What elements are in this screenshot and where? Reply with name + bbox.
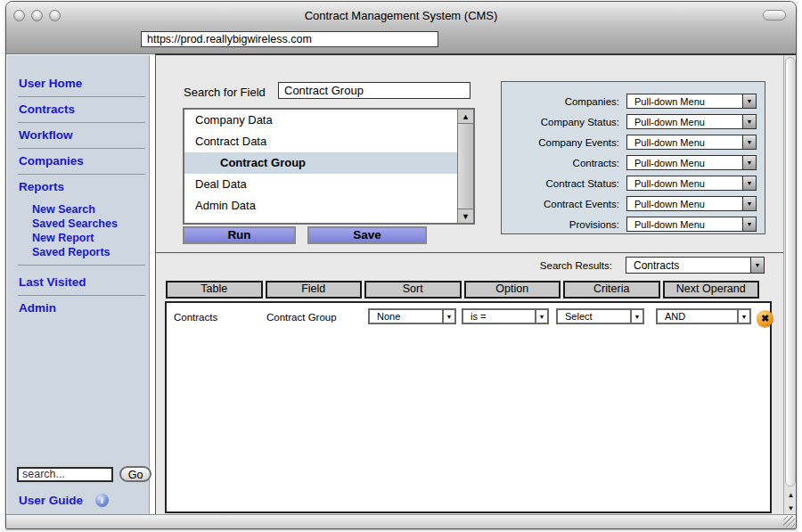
list-item[interactable]: Deal Data [184,174,473,195]
status-bar [6,514,796,528]
list-item[interactable]: Company Data [184,110,473,131]
option-dropdown[interactable]: is = ▼ [462,308,549,324]
delete-row-icon[interactable]: ✖ [757,310,773,327]
company-status-label: Company Status: [502,117,626,127]
sort-dropdown[interactable]: None ▼ [368,308,456,324]
scroll-up-icon[interactable]: ▲ [458,110,473,124]
chevron-down-icon: ▼ [442,310,454,323]
window-title: Contract Management System (CMS) [69,9,733,22]
row-field-value: Contract Group [266,312,337,323]
sidebar-divider [18,96,145,97]
run-button[interactable]: Run [183,226,296,244]
contracts-label: Contracts: [502,158,626,168]
chevron-down-icon: ▼ [630,310,642,323]
scroll-up-icon[interactable]: ▲ [784,488,797,502]
row-table-value: Contracts [174,312,217,323]
company-status-dropdown[interactable]: Pull-down Menu ▼ [626,114,757,129]
collapse-widget[interactable] [763,10,786,20]
contract-events-label: Contract Events: [502,199,626,209]
company-events-label: Company Events: [502,137,626,148]
contract-status-dropdown[interactable]: Pull-down Menu ▼ [626,176,757,191]
scroll-down-icon[interactable]: ▼ [458,209,473,223]
chevron-down-icon: ▼ [742,217,756,231]
column-header-table: Table [166,281,263,299]
field-listbox: Company Data Contract Data Contract Grou… [183,108,475,225]
search-for-field-input[interactable] [278,82,471,99]
contract-events-dropdown[interactable]: Pull-down Menu ▼ [626,196,757,211]
go-button[interactable]: Go [119,466,151,482]
sidebar-item-saved-searches[interactable]: Saved Searches [32,217,149,231]
next-operand-dropdown[interactable]: AND ▼ [656,308,751,324]
user-guide-link[interactable]: User Guide [19,494,83,507]
scrollbar-thumb[interactable] [785,57,796,487]
column-header-next-operand: Next Operand [663,281,760,299]
chevron-down-icon: ▼ [742,135,756,149]
sidebar-divider [18,148,145,149]
sidebar-item-saved-reports[interactable]: Saved Reports [32,245,149,259]
main-content: Search for Field Company Data Contract D… [155,53,797,515]
chevron-down-icon: ▼ [737,310,749,323]
sidebar-divider [18,265,145,266]
results-table-body: Contracts Contract Group None ▼ is = ▼ S… [165,301,772,513]
sidebar-item-new-search[interactable]: New Search [32,202,149,217]
chevron-down-icon: ▼ [742,176,756,190]
chevron-down-icon: ▼ [742,197,756,210]
contracts-dropdown[interactable]: Pull-down Menu ▼ [626,155,757,170]
chevron-down-icon: ▼ [750,258,764,273]
sidebar-item-admin[interactable]: Admin [19,301,149,315]
list-item-selected[interactable]: Contract Group [184,152,473,174]
column-header-criteria: Criteria [563,281,660,299]
list-item[interactable]: Contract Data [184,131,473,152]
close-button[interactable] [13,10,25,21]
save-button[interactable]: Save [307,226,427,244]
sidebar-item-last-visited[interactable]: Last Visited [19,275,149,290]
reports-submenu: New Search Saved Searches New Report Sav… [7,202,149,259]
resize-grip[interactable] [783,516,795,528]
provisions-label: Provisions: [502,219,626,230]
listbox-scrollbar[interactable]: ▲ ▼ [457,110,473,223]
sidebar: User Home Contracts Workflow Companies R… [7,55,150,515]
quick-menus-panel: Companies: Pull-down Menu ▼ Company Stat… [501,81,765,234]
sidebar-item-workflow[interactable]: Workflow [19,128,149,143]
sidebar-item-user-home[interactable]: User Home [19,77,149,91]
column-header-sort: Sort [364,281,462,299]
column-header-field: Field [266,281,363,299]
sidebar-divider [18,122,145,123]
results-table-header: Table Field Sort Option Criteria Next Op… [166,281,759,299]
sidebar-item-new-report[interactable]: New Report [32,231,149,245]
zoom-button[interactable] [49,10,61,21]
list-item[interactable]: Admin Data [184,195,473,217]
criteria-dropdown[interactable]: Select ▼ [556,308,644,324]
companies-dropdown[interactable]: Pull-down Menu ▼ [626,94,757,109]
url-field[interactable] [141,31,438,47]
app-window: Contract Management System (CMS) User Ho… [5,1,797,529]
content-scrollbar[interactable]: ▲ ▼ [783,55,797,515]
chevron-down-icon: ▼ [535,310,547,323]
chevron-down-icon: ▼ [742,156,756,169]
sidebar-divider [18,174,145,175]
contract-status-label: Contract Status: [502,178,626,189]
chevron-down-icon: ▼ [742,94,756,108]
search-for-field-label: Search for Field [184,86,266,99]
companies-label: Companies: [502,96,626,107]
sidebar-item-contracts[interactable]: Contracts [19,102,149,117]
section-divider [156,252,783,253]
sidebar-search-input[interactable] [17,467,113,482]
info-icon[interactable]: i [95,494,109,507]
chevron-down-icon: ▼ [742,115,756,128]
sidebar-divider [18,295,145,296]
sidebar-item-reports[interactable]: Reports [19,180,149,194]
search-results-label: Search Results: [334,260,612,271]
column-header-option: Option [464,281,561,299]
window-chrome: Contract Management System (CMS) [6,2,796,54]
provisions-dropdown[interactable]: Pull-down Menu ▼ [626,217,757,232]
sidebar-item-companies[interactable]: Companies [19,154,149,168]
minimize-button[interactable] [31,10,43,21]
search-results-dropdown[interactable]: Contracts ▼ [626,257,765,274]
company-events-dropdown[interactable]: Pull-down Menu ▼ [626,135,757,150]
scroll-down-icon[interactable]: ▼ [784,502,797,515]
